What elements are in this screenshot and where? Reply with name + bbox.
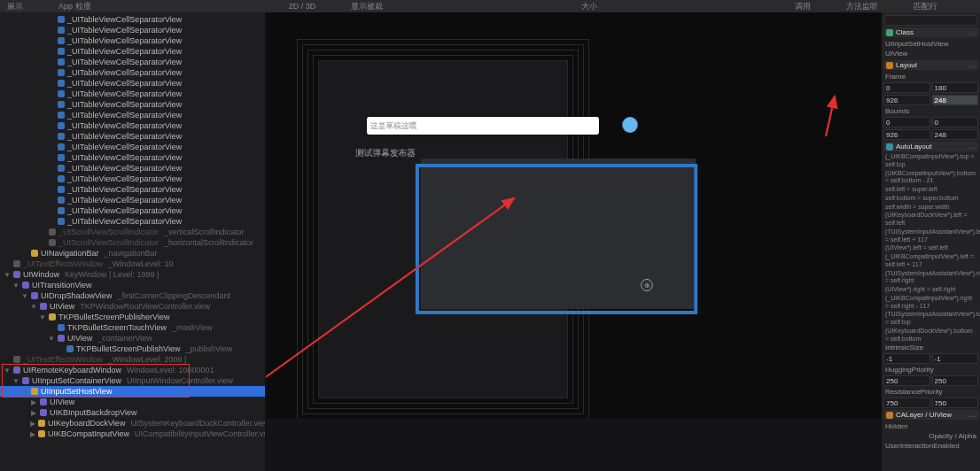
tree-row[interactable]: ▼UIViewTKPWindowRootViewController.view: [0, 301, 265, 312]
tree-row[interactable]: _UITableViewCellSeparatorView: [0, 142, 265, 152]
text-input-preview: 这是草稿这嘿: [367, 117, 599, 135]
constraint-item[interactable]: (UIKeyboardDockView*).bottom = self.bott…: [883, 328, 978, 344]
constraint-item[interactable]: (TUISystemInputAssistantView*).right = s…: [883, 270, 978, 286]
tree-row[interactable]: ▼TKPBulletScreenPublisherView: [0, 312, 265, 322]
bottom-strip: [266, 418, 881, 471]
tree-row[interactable]: _UITableViewCellSeparatorView: [0, 195, 265, 205]
keyboard-host-highlight: ⊕: [421, 158, 696, 309]
tree-row[interactable]: ▼UIInputSetHostView: [0, 386, 265, 397]
tree-row[interactable]: _UITableViewCellSeparatorView: [0, 99, 265, 110]
constraint-item[interactable]: (_UIKBCompatInputView*).left = self.left…: [883, 253, 978, 269]
tree-row[interactable]: _UITableViewCellSeparatorView: [0, 216, 265, 227]
tree-row[interactable]: ▼UIInputSetContainerViewUIInputWindowCon…: [0, 375, 265, 386]
tree-row[interactable]: _UITableViewCellSeparatorView: [0, 89, 265, 99]
constraint-item[interactable]: (_UIKBCompatInputView*).right = self.rig…: [883, 295, 978, 311]
tree-row[interactable]: ▼UIWindowKeyWindow | Level: 1999 |: [0, 269, 265, 280]
tree-row[interactable]: _UITableViewCellSeparatorView: [0, 163, 265, 174]
canvas-3d[interactable]: 这是草稿这嘿 测试弹幕发布器 ⊕: [266, 12, 881, 471]
constraint-item[interactable]: (UIKeyboardDockView*).left = self.left: [883, 212, 978, 228]
tree-row[interactable]: _UITableViewCellSeparatorView: [0, 78, 265, 89]
section-calayer[interactable]: CALayer / UIView…: [883, 410, 978, 420]
tree-row[interactable]: _UITableViewCellSeparatorView: [0, 35, 265, 46]
constraint-item[interactable]: (TUISystemInputAssistantView*).top = sel…: [883, 311, 978, 327]
tree-row[interactable]: ▶UIKBInputBackdropView: [0, 407, 265, 418]
tree-row[interactable]: _UITableViewCellSeparatorView: [0, 110, 265, 120]
constraint-item[interactable]: self.width = super.width: [883, 204, 978, 212]
tree-row[interactable]: TKPBulletScreenPublishView_publishView: [0, 344, 265, 354]
tree-row[interactable]: _UITableViewCellSeparatorView: [0, 205, 265, 216]
input-placeholder: 这是草稿这嘿: [370, 120, 416, 132]
constraint-item[interactable]: self.bottom = super.bottom: [883, 195, 978, 203]
section-class[interactable]: Class…: [883, 27, 978, 37]
svg-line-1: [826, 97, 835, 136]
send-button-preview: [622, 117, 637, 133]
constraint-item[interactable]: self.left = super.left: [883, 186, 978, 194]
tree-row[interactable]: _UITableViewCellSeparatorView: [0, 57, 265, 67]
tree-row[interactable]: _UITextEffectsWindow_WindowLevel: 10: [0, 259, 265, 269]
tree-row[interactable]: _UITableViewCellSeparatorView: [0, 14, 265, 25]
tree-row[interactable]: ▼UIView_containerView: [0, 333, 265, 344]
tree-row[interactable]: ▼UIRemoteKeyboardWindowWindowLevel: 1000…: [0, 365, 265, 375]
tree-row[interactable]: _UIScrollViewScrollIndicator_verticalScr…: [0, 227, 265, 237]
frame-h[interactable]: 248: [932, 95, 979, 105]
tree-row[interactable]: _UITableViewCellSeparatorView: [0, 184, 265, 195]
tree-row[interactable]: _UITableViewCellSeparatorView: [0, 67, 265, 78]
section-layout[interactable]: Layout…: [883, 60, 978, 70]
inspector-search[interactable]: [884, 15, 977, 26]
tree-row[interactable]: _UITableViewCellSeparatorView: [0, 131, 265, 142]
tree-row[interactable]: _UIScrollViewScrollIndicator_horizontalS…: [0, 237, 265, 248]
class-sub: UIView: [883, 49, 978, 58]
tree-row[interactable]: _UITableViewCellSeparatorView: [0, 46, 265, 57]
globe-icon: ⊕: [641, 279, 653, 291]
tree-row[interactable]: ▶UIKeyboardDockViewUISystemKeyboardDockC…: [0, 418, 265, 429]
hierarchy-panel[interactable]: _UITableViewCellSeparatorView_UITableVie…: [0, 12, 266, 471]
tree-row[interactable]: ▶UIKBCompatInputViewUICompatibilityInput…: [0, 429, 265, 439]
tree-row[interactable]: _UITableViewCellSeparatorView: [0, 152, 265, 163]
tree-row[interactable]: _UITableViewCellSeparatorView: [0, 120, 265, 131]
annotation-arrow-2: [782, 12, 881, 154]
tree-row[interactable]: TKPBulletScreenTouchView_maskView: [0, 322, 265, 333]
constraint-item[interactable]: (TUISystemInputAssistantView*).left = se…: [883, 228, 978, 244]
tree-row[interactable]: _UITableViewCellSeparatorView: [0, 174, 265, 184]
constraints-list: (_UIKBCompatInputView*).top = self.top(U…: [883, 153, 978, 343]
tree-row[interactable]: ▼UITransitionView: [0, 280, 265, 290]
frame-w[interactable]: 926: [883, 95, 930, 105]
publisher-label: 测试弹幕发布器: [355, 147, 416, 159]
class-name: UIInputSetHostView: [883, 39, 978, 49]
section-autolayout[interactable]: AutoLayout…: [883, 142, 978, 151]
top-toolbar: 展示 App 粒度 2D / 3D 显示被裁 大小 调用 方法监听 匹配行: [0, 0, 980, 12]
constraint-item[interactable]: (_UIKBCompatInputView*).top = self.top: [883, 153, 978, 169]
frame-y[interactable]: 180: [932, 82, 979, 93]
inspector-panel[interactable]: Class… UIInputSetHostView UIView Layout……: [881, 12, 980, 471]
constraint-item[interactable]: (UIView*).right = self.right: [883, 286, 978, 294]
tree-row[interactable]: ▼UIDropShadowView_firstCornerClippingDes…: [0, 290, 265, 301]
tree-row[interactable]: _UITableViewCellSeparatorView: [0, 25, 265, 35]
frame-x[interactable]: 0: [883, 82, 930, 93]
tree-row[interactable]: _UITextEffectsWindow_WindowLevel: 2009 |: [0, 354, 265, 365]
tree-row[interactable]: UINavigationBar_navigationBar: [0, 248, 265, 259]
constraint-item[interactable]: (UIView*).left = self.left: [883, 244, 978, 252]
constraint-item[interactable]: (UIKBCompatInputView*).bottom = self.bot…: [883, 170, 978, 186]
tree-row[interactable]: ▶UIView: [0, 397, 265, 407]
